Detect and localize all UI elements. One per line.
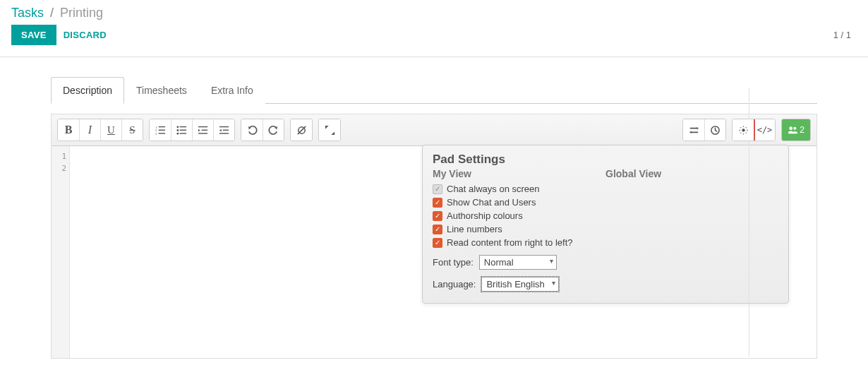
svg-marker-17 <box>219 129 222 131</box>
breadcrumb-root[interactable]: Tasks <box>11 6 44 20</box>
svg-rect-7 <box>180 126 186 126</box>
svg-point-8 <box>176 129 179 131</box>
authorship-label: Authorship colours <box>447 210 523 221</box>
svg-rect-1 <box>158 126 164 126</box>
outdent-button[interactable] <box>192 119 213 141</box>
svg-rect-14 <box>202 129 207 130</box>
discard-button[interactable]: DISCARD <box>64 30 107 40</box>
line-numbers-label: Line numbers <box>447 224 502 234</box>
italic-button[interactable]: I <box>79 119 100 141</box>
svg-point-6 <box>176 126 179 128</box>
unordered-list-button[interactable] <box>171 119 192 141</box>
settings-button[interactable] <box>733 119 754 141</box>
strikethrough-button[interactable]: S <box>121 119 143 141</box>
line-numbers-checkbox[interactable]: ✓ <box>433 225 442 234</box>
svg-marker-25 <box>331 131 334 135</box>
indent-button[interactable] <box>213 119 234 141</box>
svg-rect-11 <box>180 133 186 133</box>
tab-extra-info[interactable]: Extra Info <box>199 77 265 104</box>
language-label: Language: <box>433 279 476 290</box>
ordered-list-button[interactable]: 123 <box>150 119 171 141</box>
clear-authorship-button[interactable] <box>291 119 312 141</box>
settings-popup: Pad Settings My View ✓ Chat always on sc… <box>422 145 789 304</box>
side-panel-edge <box>749 88 868 357</box>
save-button[interactable]: SAVE <box>11 25 56 45</box>
svg-text:3: 3 <box>155 132 157 136</box>
svg-rect-19 <box>219 133 229 133</box>
font-type-select[interactable]: Normal <box>479 255 557 270</box>
bold-button[interactable]: B <box>58 119 79 141</box>
pad-editor: B I U S 123 <box>51 114 817 359</box>
authorship-checkbox[interactable]: ✓ <box>433 211 442 221</box>
fullscreen-button[interactable] <box>319 119 340 141</box>
rtl-label: Read content from right to left? <box>447 237 572 248</box>
svg-line-23 <box>297 126 305 133</box>
tab-timesheets[interactable]: Timesheets <box>124 77 199 104</box>
svg-point-10 <box>176 132 179 134</box>
tab-description[interactable]: Description <box>51 77 124 104</box>
svg-rect-15 <box>198 133 207 133</box>
line-gutter: 1 2 <box>52 146 70 358</box>
breadcrumb: Tasks / Printing <box>11 6 857 20</box>
pager: 1 / 1 <box>833 30 857 40</box>
underline-button[interactable]: U <box>100 119 121 141</box>
show-chat-users-checkbox[interactable]: ✓ <box>433 198 442 208</box>
redo-button[interactable] <box>263 119 284 141</box>
breadcrumb-sep: / <box>50 6 54 20</box>
svg-rect-12 <box>198 126 207 126</box>
pad-toolbar: B I U S 123 <box>52 114 816 146</box>
language-select[interactable]: British English <box>481 277 559 292</box>
svg-marker-27 <box>689 131 691 133</box>
svg-point-29 <box>742 129 745 131</box>
svg-rect-18 <box>223 129 229 130</box>
font-type-label: Font type: <box>433 257 474 268</box>
chat-always-checkbox[interactable]: ✓ <box>433 184 442 194</box>
tabs: Description Timesheets Extra Info <box>51 77 817 104</box>
svg-marker-24 <box>325 125 328 129</box>
svg-rect-16 <box>219 126 229 126</box>
svg-marker-26 <box>697 126 699 129</box>
timeslider-button[interactable] <box>704 119 725 141</box>
chat-always-label: Chat always on screen <box>447 184 540 194</box>
svg-rect-9 <box>180 129 186 130</box>
svg-marker-13 <box>198 129 200 131</box>
undo-button[interactable] <box>241 119 263 141</box>
settings-title: Pad Settings <box>433 153 778 167</box>
show-chat-users-label: Show Chat and Users <box>447 197 536 208</box>
svg-rect-3 <box>158 129 164 130</box>
rtl-checkbox[interactable]: ✓ <box>433 238 442 248</box>
svg-rect-5 <box>158 133 164 133</box>
breadcrumb-current: Printing <box>60 6 103 20</box>
my-view-heading: My View <box>433 168 605 179</box>
import-export-button[interactable] <box>683 119 704 141</box>
